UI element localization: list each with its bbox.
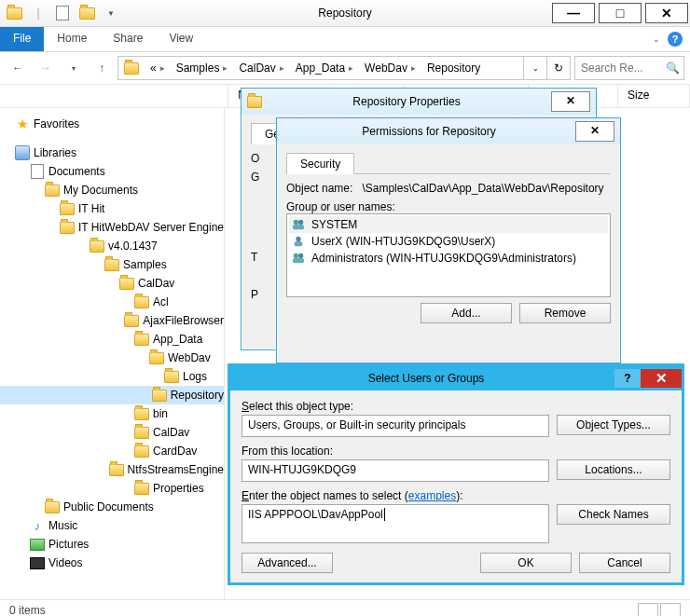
search-box[interactable]: 🔍 [574,56,684,80]
add-button[interactable]: Add... [421,303,512,323]
tree-favorites[interactable]: ★Favorites [0,114,224,134]
properties-dialog-titlebar[interactable]: Repository Properties ✕ [242,89,596,115]
select-users-close-button[interactable]: ✕ [641,369,682,388]
col-size[interactable]: Size [618,85,690,107]
folder-icon [134,332,149,347]
forward-button[interactable]: → [34,56,58,80]
tree-caldav[interactable]: CalDav [0,274,224,293]
back-button[interactable]: ← [6,56,30,80]
permissions-dialog-titlebar[interactable]: Permissions for Repository ✕ [277,118,620,144]
svg-point-0 [294,220,298,225]
security-tab[interactable]: Security [286,153,354,174]
check-names-button[interactable]: Check Names [557,504,670,525]
tree-repository[interactable]: Repository [0,386,224,404]
tree-documents[interactable]: Documents [0,162,224,181]
close-button[interactable]: ✕ [645,3,688,23]
tree-logs[interactable]: Logs [0,367,224,386]
tree-pictures[interactable]: Pictures [0,535,224,554]
tree-properties[interactable]: Properties [0,479,224,498]
permissions-close-button[interactable]: ✕ [575,121,614,142]
tree-acl[interactable]: Acl [0,293,224,311]
folder-icon [119,276,134,291]
status-item-count: 0 items [9,604,46,616]
status-bar: 0 items [0,599,690,616]
tree-music[interactable]: ♪Music [0,516,224,535]
examples-link[interactable]: examples [408,489,456,502]
object-names-input[interactable]: IIS APPPOOL\DavAppPool [242,504,549,543]
cancel-button[interactable]: Cancel [579,553,670,573]
crumb-webdav[interactable]: WebDav [365,62,407,75]
remove-button[interactable]: Remove [519,303,611,323]
group-names-list[interactable]: SYSTEM UserX (WIN-HTUJG9KDQG9\UserX) Adm… [286,213,611,297]
app-icon[interactable] [4,3,24,23]
tree-carddav[interactable]: CardDav [0,442,224,460]
window-titlebar: | ▼ Repository — □ ✕ [0,0,690,27]
search-input[interactable] [579,61,666,75]
libraries-icon [15,145,30,160]
select-users-help-button[interactable]: ? [614,369,641,388]
star-icon: ★ [15,116,30,131]
tree-ithit[interactable]: IT Hit [0,199,224,218]
tree-mydocuments[interactable]: My Documents [0,181,224,199]
crumb-overflow[interactable]: « [150,62,157,75]
folder-icon [134,444,149,459]
address-bar[interactable]: «▸ Samples▸ CalDav▸ App_Data▸ WebDav▸ Re… [117,56,571,80]
videos-icon [30,555,45,570]
tree-bin[interactable]: bin [0,404,224,423]
object-types-button[interactable]: Object Types... [557,415,670,435]
up-button[interactable]: ↑ [90,56,114,80]
tree-ajax[interactable]: AjaxFileBrowser [0,311,224,330]
tree-videos[interactable]: Videos [0,554,224,572]
folder-icon [109,462,124,477]
tree-webdav[interactable]: WebDav [0,349,224,367]
ribbon-collapse-icon[interactable]: ⌄ [653,34,660,44]
refresh-icon[interactable]: ↻ [546,57,570,79]
qat-dropdown-icon[interactable]: ▼ [101,3,121,23]
list-item: SYSTEM [289,216,608,233]
select-users-title: Select Users or Groups [238,372,614,385]
ok-button[interactable]: OK [480,553,572,573]
object-type-field: Users, Groups, or Built-in security prin… [242,415,549,437]
details-view-button[interactable] [638,603,658,616]
tab-share[interactable]: Share [100,27,156,51]
properties-close-button[interactable]: ✕ [551,91,590,112]
tree-libraries[interactable]: Libraries [0,144,224,162]
tab-home[interactable]: Home [44,27,100,51]
recent-dropdown-icon[interactable]: ▾ [62,56,86,80]
tree-pubdocs[interactable]: Public Documents [0,498,224,516]
help-icon[interactable]: ? [668,32,683,47]
tab-view[interactable]: View [156,27,206,51]
object-name-label: Object name: [286,182,352,195]
svg-point-6 [298,253,303,258]
properties-t-label: T [251,251,257,264]
minimize-button[interactable]: — [552,3,595,23]
address-dropdown-icon[interactable]: ⌄ [523,57,546,79]
properties-icon[interactable] [52,3,73,23]
document-icon [30,164,45,179]
maximize-button[interactable]: □ [599,3,642,23]
advanced-button[interactable]: Advanced... [242,553,333,573]
folder-icon [124,313,139,328]
crumb-repository[interactable]: Repository [427,62,480,75]
tree-version[interactable]: v4.0.1437 [0,237,224,255]
folder-icon [60,220,75,235]
tree-samples[interactable]: Samples [0,255,224,274]
crumb-samples[interactable]: Samples [176,62,220,75]
icons-view-button[interactable] [660,603,681,616]
crumb-appdata[interactable]: App_Data [296,62,345,75]
locations-button[interactable]: Locations... [557,459,670,480]
tree-itserver[interactable]: IT HitWebDAV Server Engine [0,218,224,237]
object-name-value: \Samples\CalDav\App_Data\WebDav\Reposito… [362,182,603,195]
properties-o-label: O [251,152,259,165]
tree-caldav2[interactable]: CalDav [0,423,224,442]
tab-file[interactable]: File [0,27,44,51]
tree-appdata[interactable]: App_Data [0,330,224,349]
users-icon [291,218,306,231]
folder-icon [134,481,149,496]
tree-ntfs[interactable]: NtfsStreamsEngine [0,460,224,479]
location-label: From this location: [242,445,670,458]
crumb-caldav[interactable]: CalDav [239,62,275,75]
select-users-titlebar[interactable]: Select Users or Groups ? ✕ [230,366,682,390]
folder-icon [247,94,262,109]
new-folder-icon[interactable] [76,3,97,23]
